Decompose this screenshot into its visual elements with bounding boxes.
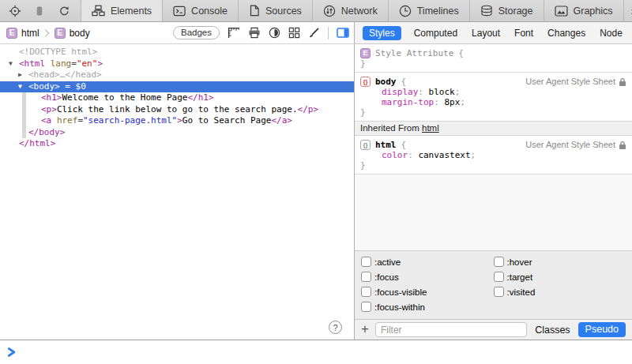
- inspect-element-button[interactable]: [9, 5, 21, 17]
- pseudo-checkbox[interactable]: [494, 257, 504, 267]
- dom-tree-row[interactable]: ▶<head>…</head>: [0, 69, 354, 81]
- origin-note-text: User Agent Style Sheet: [525, 140, 615, 150]
- lock-icon: [619, 77, 626, 87]
- tab-storage[interactable]: Storage: [469, 0, 544, 21]
- more-tabs-button[interactable]: »: [623, 0, 632, 21]
- stylesheet-origin-note: User Agent Style Sheet: [525, 140, 626, 150]
- dom-token: Click the link below to go to the search…: [57, 104, 298, 114]
- sidebar-tab-font[interactable]: Font: [513, 26, 535, 40]
- sidebar-tab-changes[interactable]: Changes: [546, 26, 587, 40]
- main-tab-bar: ElementsConsoleSourcesNetworkTimelinesSt…: [81, 0, 623, 21]
- breadcrumb-label: html: [21, 28, 40, 39]
- disclosure-open-icon[interactable]: ▼: [9, 58, 13, 70]
- paint-flashing-button[interactable]: [308, 27, 320, 39]
- rule-selector[interactable]: body: [375, 77, 397, 87]
- dom-token: lang: [51, 58, 72, 69]
- disclosure-open-icon[interactable]: ▼: [18, 81, 22, 93]
- grid-overlay-button[interactable]: [288, 27, 300, 39]
- breadcrumb-item-body[interactable]: Ebody: [55, 28, 90, 39]
- property-value: 8px: [444, 97, 460, 107]
- breadcrumb-item-html[interactable]: Ehtml: [6, 28, 40, 39]
- tab-console[interactable]: Console: [163, 0, 238, 21]
- pseudo-column: :active:focus:focus-visible:focus-within: [361, 254, 494, 314]
- pseudo-item-active: :active: [361, 254, 494, 269]
- pseudo-checkbox[interactable]: [494, 287, 504, 297]
- property-name: margin-top: [382, 97, 434, 107]
- dom-token: href: [57, 115, 78, 126]
- dom-token: <html: [19, 58, 51, 69]
- badges-button[interactable]: Badges: [173, 26, 220, 39]
- pseudo-item-target: :target: [494, 269, 626, 284]
- ruler-button[interactable]: [228, 27, 240, 39]
- dom-token: >: [177, 115, 182, 126]
- dom-token: =: [71, 58, 77, 69]
- property-name: display: [382, 87, 418, 97]
- sidebar-tab-computed[interactable]: Computed: [412, 26, 459, 40]
- dom-tree-row[interactable]: ▼<html lang="en">: [0, 58, 354, 70]
- color-scheme-toggle-button[interactable]: [269, 27, 280, 39]
- details-sidebar-toggle[interactable]: [337, 28, 349, 38]
- tab-sources[interactable]: Sources: [238, 0, 312, 21]
- sidebar-tab-layout[interactable]: Layout: [470, 26, 502, 40]
- pseudo-item-hover: :hover: [494, 254, 626, 269]
- help-button[interactable]: ?: [329, 321, 342, 334]
- tab-network[interactable]: Network: [312, 0, 388, 21]
- add-rule-button[interactable]: +: [361, 322, 369, 336]
- dom-tree-row[interactable]: </html>: [0, 138, 354, 150]
- tab-label: Storage: [498, 6, 533, 17]
- quick-console-bar[interactable]: [0, 340, 632, 364]
- reload-page-button[interactable]: [58, 5, 70, 17]
- disclosure-closed-icon[interactable]: ▶: [18, 69, 22, 81]
- dom-tree-row[interactable]: <!DOCTYPE html>: [0, 47, 354, 58]
- css-property[interactable]: display: block;: [360, 87, 626, 97]
- toolbar-right-icons: »: [623, 0, 632, 21]
- tab-label: Graphics: [574, 6, 613, 17]
- dom-token: </p>: [298, 104, 319, 114]
- dom-tree-row[interactable]: <p>Click the link below to go to the sea…: [0, 104, 354, 116]
- css-property[interactable]: color: canvastext;: [360, 150, 626, 160]
- rule-header: EStyle Attribute {: [360, 48, 626, 58]
- pseudo-checkbox[interactable]: [361, 272, 371, 282]
- css-property[interactable]: margin-top: 8px;: [360, 97, 626, 107]
- pseudo-item-focus-visible: :focus-visible: [361, 284, 494, 299]
- dom-token: <p>: [41, 104, 57, 114]
- style-rules: EStyle Attribute {}{}body {User Agent St…: [355, 44, 632, 174]
- dom-breadcrumb-bar: EhtmlEbody Badges: [0, 22, 355, 44]
- property-value: canvastext: [418, 150, 470, 160]
- tab-graphics[interactable]: Graphics: [544, 0, 623, 21]
- dom-toolbar-icons: [228, 27, 320, 39]
- pseudo-checkbox[interactable]: [361, 287, 371, 297]
- pseudo-label: :focus-visible: [374, 287, 427, 297]
- close-brace: }: [360, 107, 626, 118]
- open-brace: {: [401, 77, 407, 87]
- breadcrumb: EhtmlEbody: [6, 28, 90, 39]
- dom-tree-row[interactable]: <h1>Welcome to the Home Page</h1>: [0, 92, 354, 104]
- dom-token: Welcome to the Home Page: [62, 92, 188, 103]
- dom-tree-row[interactable]: ▼<body> = $0: [0, 81, 354, 93]
- pseudo-label: :active: [374, 257, 401, 267]
- toolbar-divider: [328, 27, 329, 39]
- tab-timelines[interactable]: Timelines: [388, 0, 469, 21]
- console-icon: [173, 6, 186, 17]
- pseudo-button[interactable]: Pseudo: [578, 322, 626, 337]
- dom-tree-row[interactable]: </body>: [0, 127, 354, 139]
- dom-token: </body>: [28, 127, 65, 137]
- element-badge: E: [55, 28, 66, 39]
- dom-tree-row[interactable]: <a href="search-page.html">Go to Search …: [0, 115, 354, 127]
- classes-button[interactable]: Classes: [533, 325, 571, 336]
- inherited-target-link[interactable]: html: [422, 123, 439, 133]
- pseudo-checkbox[interactable]: [361, 257, 371, 267]
- filter-input[interactable]: [375, 322, 527, 337]
- dom-toolbar-actions: Badges: [173, 26, 349, 39]
- device-settings-button[interactable]: [33, 5, 46, 17]
- tab-elements[interactable]: Elements: [81, 0, 163, 21]
- rule-selector[interactable]: Style Attribute: [375, 48, 453, 58]
- timelines-icon: [399, 5, 412, 17]
- dom-token: </html>: [19, 138, 55, 148]
- pseudo-checkbox[interactable]: [361, 302, 371, 312]
- sidebar-tab-node[interactable]: Node: [598, 26, 624, 40]
- sidebar-tab-styles[interactable]: Styles: [363, 26, 401, 40]
- rule-selector[interactable]: html: [375, 140, 397, 150]
- print-styles-button[interactable]: [248, 27, 261, 39]
- pseudo-checkbox[interactable]: [494, 272, 504, 282]
